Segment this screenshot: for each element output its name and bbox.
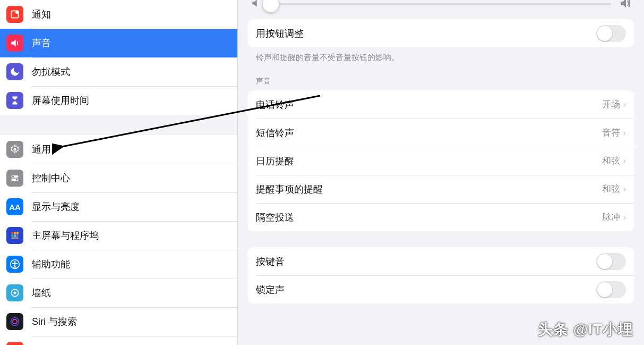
row-label: 电话铃声 — [256, 98, 602, 111]
sidebar-item-label: 墙纸 — [32, 287, 51, 299]
row-label: 用按钮调整 — [256, 27, 596, 40]
svg-point-18 — [11, 318, 19, 326]
keyboard-clicks-toggle[interactable] — [596, 253, 626, 270]
chevron-right-icon: › — [623, 128, 626, 138]
sidebar-item-siri[interactable]: Siri 与搜索 — [0, 307, 237, 336]
touchid-icon — [6, 342, 23, 345]
row-label: 短信铃声 — [256, 127, 602, 139]
lock-sound-toggle[interactable] — [596, 281, 626, 298]
svg-point-5 — [12, 175, 14, 177]
chevron-right-icon: › — [623, 184, 626, 194]
sidebar-group-2: 通用 控制中心 AA 显示与亮度 主屏幕与程序坞 — [0, 135, 237, 345]
sidebar-item-dnd[interactable]: 勿扰模式 — [0, 57, 237, 86]
speaker-low-icon — [251, 0, 261, 11]
notifications-icon — [6, 6, 23, 23]
sidebar-item-notifications[interactable]: 通知 — [0, 0, 237, 29]
sidebar-item-label: 通用 — [32, 143, 51, 156]
display-icon: AA — [6, 198, 23, 215]
row-value: 开场 — [602, 98, 620, 111]
svg-point-19 — [13, 319, 17, 324]
row-reminders[interactable]: 提醒事项的提醒 和弦 › — [247, 175, 634, 203]
dnd-icon — [6, 63, 23, 80]
wallpaper-icon — [6, 284, 23, 301]
sidebar-item-label: 主屏幕与程序坞 — [32, 229, 99, 242]
sidebar-item-label: 屏幕使用时间 — [32, 94, 89, 107]
section-header-sound: 声音 — [247, 63, 634, 90]
sidebar-item-accessibility[interactable]: 辅助功能 — [0, 250, 237, 279]
svg-rect-8 — [14, 232, 16, 234]
svg-point-6 — [16, 179, 18, 180]
chevron-right-icon: › — [623, 156, 626, 166]
row-value: 和弦 — [602, 155, 620, 167]
row-label: 按键音 — [256, 255, 596, 268]
buttons-footnote: 铃声和提醒的音量不受音量按钮的影响。 — [247, 47, 634, 63]
volume-slider-knob[interactable] — [263, 0, 279, 12]
svg-rect-12 — [16, 234, 18, 237]
sidebar-item-label: 控制中心 — [32, 172, 70, 184]
sidebar-item-label: Siri 与搜索 — [32, 315, 77, 328]
svg-point-15 — [14, 261, 15, 263]
svg-rect-7 — [11, 232, 13, 234]
sidebar-item-screen-time[interactable]: 屏幕使用时间 — [0, 86, 237, 115]
row-value: 音符 — [602, 127, 620, 139]
sidebar-item-touchid[interactable]: 触控 ID 与密码 — [0, 336, 237, 345]
control-center-icon — [6, 170, 23, 187]
svg-rect-9 — [16, 232, 18, 234]
general-icon — [6, 141, 23, 158]
sound-detail-pane[interactable]: 用按钮调整 铃声和提醒的音量不受音量按钮的影响。 声音 电话铃声 开场 › 短信… — [238, 0, 644, 345]
speaker-high-icon — [619, 0, 631, 12]
row-value: 脉冲 — [602, 211, 620, 223]
sidebar-item-label: 勿扰模式 — [32, 65, 70, 78]
svg-rect-13 — [11, 237, 18, 239]
row-keyboard-clicks: 按键音 — [247, 247, 634, 275]
sidebar-item-label: 辅助功能 — [32, 258, 70, 271]
row-lock-sound: 锁定声 — [247, 275, 634, 304]
home-screen-icon — [6, 227, 23, 244]
row-label: 锁定声 — [256, 283, 596, 296]
sidebar-group-1: 通知 声音 勿扰模式 屏幕使用时间 — [0, 0, 237, 115]
row-label: 日历提醒 — [256, 155, 602, 167]
sidebar-item-control-center[interactable]: 控制中心 — [0, 164, 237, 192]
svg-rect-11 — [14, 234, 16, 237]
row-label: 隔空投送 — [256, 211, 602, 224]
sidebar-item-wallpaper[interactable]: 墙纸 — [0, 279, 237, 307]
sidebar-item-home-screen[interactable]: 主屏幕与程序坞 — [0, 221, 237, 250]
siri-icon — [6, 313, 23, 330]
chevron-right-icon: › — [623, 213, 626, 222]
svg-point-17 — [14, 292, 16, 294]
row-calendar[interactable]: 日历提醒 和弦 › — [247, 147, 634, 175]
volume-slider[interactable] — [269, 3, 611, 5]
sidebar-item-sound[interactable]: 声音 — [0, 29, 237, 57]
row-airdrop[interactable]: 隔空投送 脉冲 › — [247, 203, 634, 231]
row-label: 提醒事项的提醒 — [256, 183, 602, 196]
change-with-buttons-toggle[interactable] — [596, 25, 626, 42]
sidebar-item-label: 通知 — [32, 8, 51, 21]
accessibility-icon — [6, 256, 23, 273]
settings-sidebar[interactable]: 通知 声音 勿扰模式 屏幕使用时间 — [0, 0, 238, 345]
sidebar-item-label: 显示与亮度 — [32, 200, 80, 213]
volume-slider-row — [247, 0, 634, 19]
sidebar-item-general[interactable]: 通用 — [0, 135, 237, 164]
sound-icon — [6, 35, 23, 52]
sound-options-card: 电话铃声 开场 › 短信铃声 音符 › 日历提醒 和弦 › 提醒事项的提醒 和弦… — [247, 90, 634, 231]
chevron-right-icon: › — [623, 100, 626, 110]
screen-time-icon — [6, 92, 23, 109]
watermark: 头条 @IT小埋 — [538, 319, 633, 340]
svg-point-2 — [14, 148, 16, 151]
svg-rect-10 — [11, 234, 13, 237]
sidebar-item-label: 声音 — [32, 37, 51, 49]
row-ringtone[interactable]: 电话铃声 开场 › — [247, 90, 634, 119]
change-with-buttons-card: 用按钮调整 — [247, 19, 634, 47]
sidebar-item-display[interactable]: AA 显示与亮度 — [0, 192, 237, 221]
change-with-buttons-row: 用按钮调整 — [247, 19, 634, 47]
row-text-tone[interactable]: 短信铃声 音符 › — [247, 119, 634, 147]
sound-toggles-card: 按键音 锁定声 — [247, 247, 634, 304]
row-value: 和弦 — [602, 183, 620, 195]
svg-point-1 — [15, 11, 19, 14]
